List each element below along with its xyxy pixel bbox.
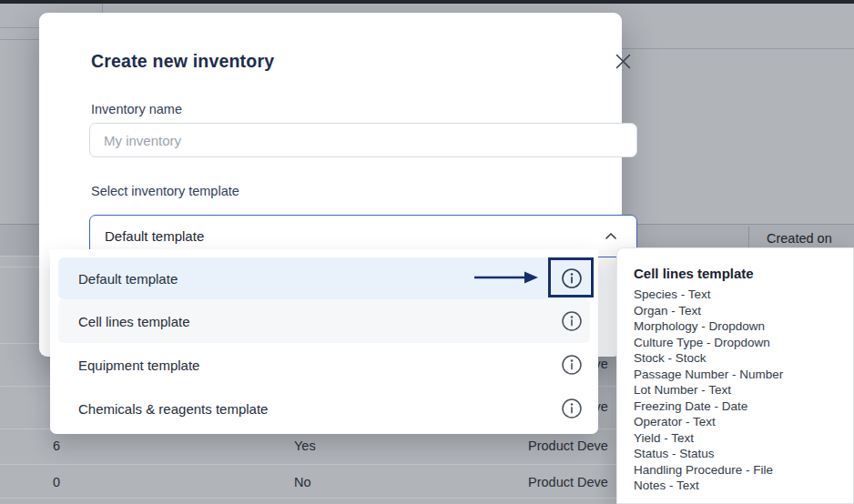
table-cell-count: 6 [53,438,60,453]
top-bar [0,0,854,4]
backdrop-column-header-created-on: Created on [767,231,832,246]
info-icon[interactable] [561,267,583,289]
close-button[interactable] [611,49,635,73]
option-label: Equipment template [78,358,199,373]
app-root: Created on Product Deve Product Deve 6 Y… [0,0,854,504]
option-cell-lines-template[interactable]: Cell lines template [58,299,590,343]
info-icon[interactable] [561,310,583,332]
tooltip-field: Handling Procedure - File [634,462,840,479]
inventory-name-label: Inventory name [91,102,182,116]
annotation-arrow-icon [473,267,540,287]
tooltip-field: Morphology - Dropdown [634,318,840,335]
chevron-up-icon [604,229,618,244]
tooltip-field: Status - Status [634,446,840,462]
option-equipment-template[interactable]: Equipment template [58,343,590,387]
tooltip-title: Cell lines template [634,266,840,281]
tooltip-field: Notes - Text [634,478,840,494]
table-cell-flag: No [294,475,311,489]
tooltip-field: Yield - Text [634,430,840,447]
template-dropdown-list: Default template Cell lines template [50,249,598,434]
table-cell-flag: Yes [294,438,316,453]
backdrop-row-line [0,27,41,28]
table-cell-template: Product Deve [528,475,608,489]
template-select-value: Default template [105,228,204,244]
table-cell-count: 0 [53,475,60,489]
info-icon[interactable] [561,354,583,376]
tooltip-field: Lot Number - Text [634,382,840,398]
tooltip-field: Species - Text [634,287,840,303]
modal-title: Create new inventory [91,51,274,72]
option-label: Cell lines template [78,314,190,329]
tooltip-field: Operator - Text [634,414,840,430]
option-chemicals-reagents-template[interactable]: Chemicals & reagents template [58,387,590,430]
table-cell-template: Product Deve [528,438,608,453]
tooltip-field: Passage Number - Number [634,367,840,383]
close-icon [615,54,631,69]
tooltip-field: Organ - Text [634,303,840,319]
info-icon[interactable] [561,398,583,419]
tooltip-field: Culture Type - Dropdown [634,335,840,351]
tooltip-field: Stock - Stock [634,350,840,367]
template-select-label: Select inventory template [91,184,239,198]
backdrop-row-line [0,39,41,40]
option-label: Default template [78,271,178,287]
backdrop-row-line [622,48,854,49]
option-default-template[interactable]: Default template [58,257,590,299]
template-info-tooltip: Cell lines template Species - Text Organ… [616,247,854,504]
option-label: Chemicals & reagents template [78,401,268,417]
tooltip-field: Freezing Date - Date [634,398,840,415]
inventory-name-input[interactable] [89,123,637,157]
